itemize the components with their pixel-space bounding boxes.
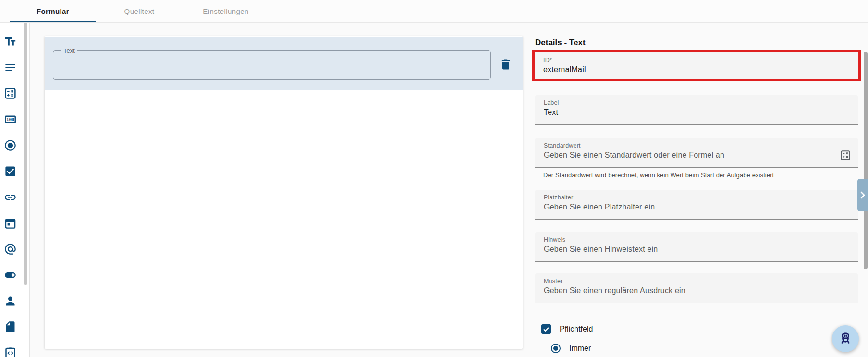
default-value-field[interactable]: Standardwert	[535, 138, 858, 168]
details-panel-title: Details - Text	[535, 38, 586, 48]
text-field-icon	[4, 35, 17, 48]
trash-icon	[499, 58, 513, 71]
required-checkbox-label: Pflichtfeld	[560, 325, 593, 333]
form-canvas[interactable]: Text	[45, 36, 523, 349]
calculator-icon	[840, 149, 851, 161]
user-icon	[4, 295, 17, 308]
id-field-highlight: ID*	[532, 50, 861, 81]
id-input[interactable]	[543, 65, 833, 74]
svg-text:100: 100	[6, 117, 14, 122]
email-icon	[4, 243, 17, 256]
tab-einstellungen-label: Einstellungen	[203, 7, 248, 15]
check-icon	[542, 325, 550, 333]
always-radio-label: Immer	[569, 344, 591, 353]
id-field-label: ID*	[543, 57, 850, 63]
file-icon	[4, 320, 17, 333]
hint-input[interactable]	[544, 245, 833, 254]
pattern-field-label: Muster	[544, 278, 849, 284]
pattern-input[interactable]	[544, 286, 833, 295]
required-checkbox[interactable]	[541, 324, 551, 334]
pattern-field[interactable]: Muster	[535, 273, 858, 303]
panel-expand-handle[interactable]	[857, 179, 868, 211]
placeholder-field[interactable]: Platzhalter	[535, 190, 858, 220]
palette-item-user[interactable]	[4, 295, 17, 308]
palette-item-toggle[interactable]	[4, 269, 17, 282]
tab-quelltext[interactable]: Quelltext	[96, 0, 183, 22]
hint-field[interactable]: Hinweis	[535, 232, 858, 262]
text-component-preview: Text	[53, 50, 491, 80]
text-component-label: Text	[61, 47, 77, 54]
details-scrollbar[interactable]	[864, 52, 868, 269]
toggle-icon	[4, 269, 17, 282]
palette-item-email[interactable]	[4, 243, 17, 256]
palette-item-checkbox[interactable]	[4, 165, 17, 178]
label-field[interactable]: Label	[535, 95, 858, 125]
palette-item-file[interactable]	[4, 320, 17, 333]
radio-icon	[4, 139, 17, 152]
checkbox-icon	[4, 165, 17, 178]
code-icon	[4, 346, 17, 357]
id-field[interactable]: ID*	[535, 52, 858, 79]
placeholder-input[interactable]	[544, 203, 833, 211]
multiline-text-icon	[4, 61, 17, 74]
chevron-right-icon	[859, 191, 866, 199]
label-input[interactable]	[544, 108, 833, 117]
tab-quelltext-label: Quelltext	[124, 7, 155, 15]
link-icon	[4, 191, 17, 204]
tab-bar: Formular Quelltext Einstellungen	[0, 0, 868, 23]
tab-einstellungen[interactable]: Einstellungen	[183, 0, 269, 22]
date-icon	[4, 217, 17, 230]
palette-item-calculation[interactable]	[4, 87, 17, 100]
required-checkbox-row[interactable]: Pflichtfeld	[541, 324, 593, 334]
palette-item-radio[interactable]	[4, 139, 17, 152]
number-icon: 100	[4, 113, 17, 126]
palette-item-date[interactable]	[4, 217, 17, 230]
tab-formular[interactable]: Formular	[10, 0, 96, 22]
assistant-fab[interactable]	[832, 325, 859, 352]
formula-button[interactable]	[840, 149, 851, 161]
default-value-label: Standardwert	[544, 142, 849, 149]
default-value-helper: Der Standardwert wird berechnet, wenn ke…	[543, 172, 774, 179]
selected-component-row[interactable]: Text	[45, 37, 523, 90]
always-radio[interactable]	[551, 344, 561, 353]
palette-item-number[interactable]: 100	[4, 113, 17, 126]
text-component-input[interactable]	[53, 51, 490, 79]
delete-component-button[interactable]	[499, 58, 513, 72]
hint-field-label: Hinweis	[544, 236, 849, 243]
always-radio-row[interactable]: Immer	[551, 344, 591, 353]
placeholder-field-label: Platzhalter	[544, 194, 849, 201]
calculator-icon	[4, 87, 17, 100]
palette-item-multiline[interactable]	[4, 61, 17, 74]
tab-formular-label: Formular	[37, 7, 69, 15]
palette-item-link[interactable]	[4, 191, 17, 204]
sidebar-scrollbar[interactable]	[24, 5, 27, 285]
robot-icon	[838, 332, 853, 346]
default-value-input[interactable]	[544, 151, 833, 160]
palette-item-text[interactable]	[4, 35, 17, 48]
label-field-label: Label	[544, 99, 849, 106]
palette-item-expression[interactable]	[4, 346, 17, 357]
radio-dot	[553, 346, 558, 351]
